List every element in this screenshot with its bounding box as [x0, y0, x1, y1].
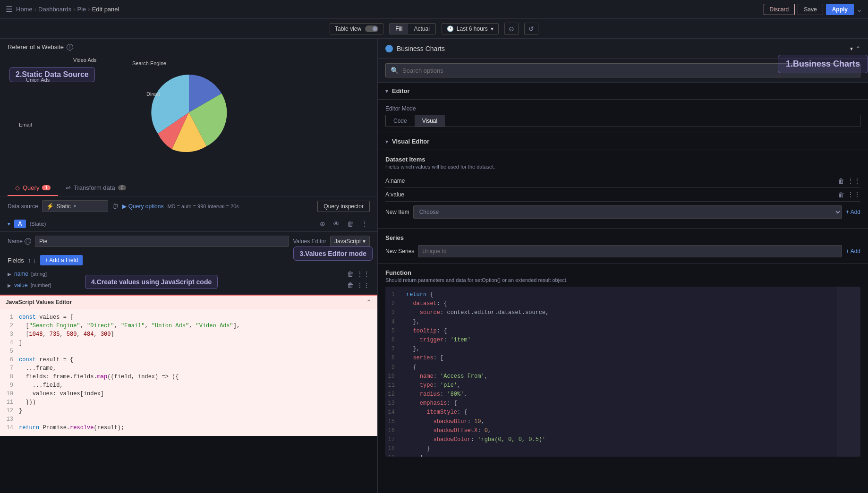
js-editor-collapse-button[interactable]: ⌃	[366, 298, 372, 306]
breadcrumb-home[interactable]: Home	[16, 6, 33, 13]
dataset-item-value-actions: 🗑 ⋮⋮	[838, 191, 860, 198]
query-copy-button[interactable]: ⊕	[318, 219, 327, 229]
add-field-button[interactable]: + Add a Field	[40, 255, 83, 265]
fill-option[interactable]: Fill	[390, 24, 408, 34]
dataset-desc: Fields which values will be used for the…	[385, 164, 860, 170]
query-more-button[interactable]: ⋮	[359, 219, 370, 229]
series-add-button[interactable]: + Add	[846, 248, 860, 255]
refresh-button[interactable]: ↺	[524, 23, 538, 35]
query-options-link[interactable]: ▶ Query options	[122, 203, 164, 210]
save-button[interactable]: Save	[798, 4, 823, 15]
reorder-up-icon[interactable]: ↑	[28, 256, 31, 264]
tab-transform[interactable]: ⇌ Transform data 0	[58, 180, 134, 196]
actual-option[interactable]: Actual	[408, 24, 435, 34]
series-input[interactable]	[418, 245, 842, 257]
menu-icon[interactable]: ☰	[6, 5, 12, 14]
field-value-type-label: [number]	[31, 282, 51, 288]
editor-mode-buttons: Code Visual	[385, 115, 860, 127]
right-panel-header: Business Charts ▾ ⌃	[378, 39, 868, 59]
label-direct: Direct	[146, 91, 160, 97]
panel-expand-icon[interactable]: ⌃	[856, 45, 860, 52]
breadcrumb-pie[interactable]: Pie	[77, 6, 86, 13]
field-name-delete[interactable]: 🗑	[347, 270, 354, 278]
dataset-item-value-drag[interactable]: ⋮⋮	[847, 191, 860, 198]
query-a-collapse[interactable]: ▾	[8, 221, 10, 227]
discard-button[interactable]: Discard	[764, 4, 795, 15]
datasource-select[interactable]: ⚡ Static ▾	[42, 200, 108, 212]
field-expand-icon[interactable]: ▶	[8, 272, 11, 277]
datasource-label: Data source	[8, 203, 38, 210]
name-label: Name ⓘ	[8, 238, 31, 245]
name-info-icon: ⓘ	[25, 238, 31, 245]
label-email: Email	[19, 122, 32, 128]
new-item-select[interactable]: Choose	[413, 205, 842, 219]
transform-badge: 0	[118, 185, 127, 190]
table-view-toggle[interactable]: Table view	[330, 23, 383, 34]
editor-section-body: Editor Mode Code Visual	[378, 100, 868, 133]
breadcrumb-sep1: ›	[34, 6, 36, 13]
editor-section-title: Editor	[392, 87, 410, 94]
toggle-switch[interactable]	[365, 26, 378, 32]
query-inspector-button[interactable]: Query inspector	[317, 201, 370, 212]
search-input-wrap: 🔍	[385, 63, 860, 77]
breadcrumb: Home › Dashboards › Pie › Edit panel	[16, 6, 119, 13]
clock-icon: 🕐	[447, 26, 454, 32]
field-value-label: value	[14, 282, 28, 289]
dataset-section: Dataset Items Fields which values will b…	[378, 150, 868, 229]
panel-dropdown-icon[interactable]: ▾	[850, 45, 853, 52]
fields-section: 3.Values Editor mode 4.Create values usi…	[0, 251, 377, 295]
field-value-delete[interactable]: 🗑	[347, 281, 354, 289]
arrow-icon: ▶	[122, 203, 127, 210]
chart-info-icon[interactable]: i	[67, 44, 73, 51]
field-value-expand-icon[interactable]: ▶	[8, 283, 11, 288]
breadcrumb-dashboards[interactable]: Dashboards	[38, 6, 71, 13]
transform-tab-label: Transform data	[74, 184, 115, 191]
dataset-item-name-drag[interactable]: ⋮⋮	[847, 177, 860, 185]
series-row: New Series + Add	[385, 245, 860, 257]
plugin-name: Business Charts	[385, 45, 445, 52]
function-code-editor[interactable]: 1return { 2 dataset: { 3 source: context…	[385, 287, 860, 457]
visual-editor-toggle-icon: ▾	[385, 138, 388, 145]
zoom-button[interactable]: ⊖	[504, 23, 519, 35]
field-value-drag[interactable]: ⋮⋮	[357, 281, 370, 289]
values-editor-annotation: 3.Values Editor mode	[293, 246, 373, 261]
values-editor-label: Values Editor	[293, 238, 326, 245]
js-label: JavaScript	[334, 238, 361, 245]
panel-icons: ▾ ⌃	[850, 45, 860, 52]
visual-editor-section-header[interactable]: ▾ Visual Editor	[378, 133, 868, 150]
field-name-drag[interactable]: ⋮⋮	[357, 270, 370, 278]
tab-query[interactable]: ◇ Query 1	[8, 180, 58, 196]
dataset-item-value-delete[interactable]: 🗑	[838, 191, 844, 198]
new-item-row: New Item Choose + Add	[385, 202, 860, 222]
clock-icon[interactable]: ⏱	[112, 203, 119, 210]
breadcrumb-sep3: ›	[88, 6, 90, 13]
expand-icon[interactable]: ⌄	[857, 6, 862, 13]
js-editor-section: JavaScript Values Editor ⌃ 1const values…	[0, 295, 377, 436]
reorder-down-icon[interactable]: ↓	[33, 256, 36, 264]
time-dropdown-icon: ▾	[491, 26, 494, 32]
time-range-picker[interactable]: 🕐 Last 6 hours ▾	[442, 23, 499, 34]
js-dropdown[interactable]: JavaScript ▾	[330, 236, 370, 247]
transform-icon: ⇌	[66, 184, 71, 191]
code-mode-button[interactable]: Code	[386, 115, 415, 127]
dataset-add-button[interactable]: + Add	[846, 209, 860, 215]
right-panel: Business Charts ▾ ⌃ 🔍 1.Business Charts …	[378, 39, 868, 493]
series-title: Series	[385, 234, 860, 241]
apply-button[interactable]: Apply	[826, 4, 854, 15]
dataset-item-a-value: A:value 🗑 ⋮⋮	[385, 188, 860, 202]
query-delete-button[interactable]: 🗑	[345, 219, 356, 229]
plugin-icon	[385, 45, 393, 52]
query-info: MD = auto = 990 Interval = 20s	[167, 204, 238, 209]
dataset-item-name-delete[interactable]: 🗑	[838, 177, 844, 185]
search-input[interactable]	[402, 67, 855, 74]
name-input[interactable]	[35, 236, 289, 247]
js-code-editor[interactable]: 1const values = [ 2 ["Search Engine", "D…	[0, 309, 377, 436]
fields-title: Fields	[8, 257, 24, 264]
editor-section-header[interactable]: ▾ Editor	[378, 83, 868, 100]
function-title: Function	[385, 269, 860, 276]
field-name-label: name	[14, 271, 28, 277]
visual-mode-button[interactable]: Visual	[415, 115, 445, 127]
query-eye-button[interactable]: 👁	[331, 219, 341, 229]
dataset-item-name-label: A:name	[385, 178, 405, 184]
new-item-label: New Item	[385, 209, 409, 215]
